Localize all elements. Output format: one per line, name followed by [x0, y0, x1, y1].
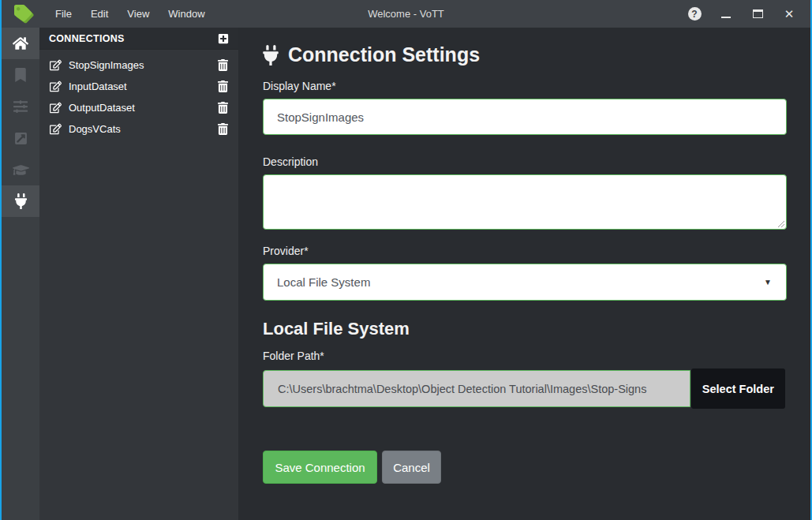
save-connection-button[interactable]: Save Connection — [263, 451, 377, 484]
plug-icon — [263, 45, 279, 65]
edit-connection-button[interactable] — [50, 80, 62, 92]
sliders-icon — [13, 99, 28, 114]
minimize-button[interactable] — [716, 4, 736, 24]
provider-section-heading: Local File System — [263, 319, 785, 339]
description-textarea[interactable] — [263, 174, 787, 230]
titlebar: File Edit View Window Welcome - VoTT ? ✕ — [2, 0, 810, 28]
app-window: File Edit View Window Welcome - VoTT ? ✕ — [0, 0, 812, 520]
sidebar — [2, 28, 39, 520]
provider-selected-value: Local File System — [277, 275, 370, 289]
provider-select[interactable]: Local File System ▼ — [263, 264, 787, 301]
sidebar-item-tags[interactable] — [2, 59, 39, 91]
edit-icon — [50, 80, 62, 92]
edit-connection-button[interactable] — [50, 59, 62, 71]
bookmark-icon — [15, 68, 26, 82]
description-label: Description — [263, 155, 785, 168]
connection-list-item[interactable]: DogsVCats — [39, 118, 238, 140]
connections-panel: CONNECTIONS StopSignImages — [39, 28, 238, 520]
help-icon: ? — [688, 7, 702, 21]
delete-connection-button[interactable] — [218, 80, 228, 92]
plug-icon — [15, 193, 27, 209]
connection-name[interactable]: OutputDataset — [69, 102, 218, 114]
vott-logo-icon — [14, 5, 35, 24]
connection-list-item[interactable]: InputDataset — [39, 76, 238, 97]
page-title: Connection Settings — [288, 43, 480, 66]
connections-panel-title: CONNECTIONS — [49, 33, 125, 44]
connections-panel-header: CONNECTIONS — [39, 28, 238, 50]
connection-settings-form: Connection Settings Display Name* Descri… — [238, 28, 810, 520]
edit-connection-button[interactable] — [50, 123, 62, 135]
display-name-label: Display Name* — [263, 80, 785, 92]
cancel-button[interactable]: Cancel — [382, 451, 441, 484]
trash-icon — [218, 80, 228, 92]
close-button[interactable]: ✕ — [779, 4, 799, 24]
folder-path-label: Folder Path* — [263, 350, 785, 362]
delete-connection-button[interactable] — [218, 102, 228, 114]
folder-path-input[interactable] — [263, 370, 690, 407]
sidebar-item-active-learning[interactable] — [2, 154, 39, 185]
close-icon: ✕ — [784, 8, 795, 20]
sidebar-item-connections[interactable] — [2, 185, 39, 217]
sidebar-item-export[interactable] — [2, 122, 39, 154]
connection-name[interactable]: StopSignImages — [69, 59, 218, 71]
maximize-button[interactable] — [747, 4, 768, 24]
menubar: File Edit View Window — [46, 0, 215, 28]
connections-list: StopSignImages InputDataset — [39, 50, 238, 140]
maximize-icon — [753, 9, 763, 18]
sidebar-item-settings[interactable] — [2, 91, 39, 122]
edit-icon — [50, 102, 62, 114]
edit-icon — [50, 123, 62, 135]
graduation-cap-icon — [13, 163, 29, 177]
provider-label: Provider* — [263, 245, 785, 257]
edit-connection-button[interactable] — [50, 102, 62, 114]
display-name-input[interactable] — [263, 99, 787, 135]
trash-icon — [218, 123, 228, 135]
plus-square-icon — [218, 33, 229, 44]
home-icon — [13, 36, 28, 51]
select-folder-button[interactable]: Select Folder — [691, 368, 785, 409]
edit-icon — [50, 59, 62, 71]
delete-connection-button[interactable] — [218, 123, 228, 135]
menu-edit[interactable]: Edit — [81, 0, 118, 28]
menu-window[interactable]: Window — [159, 0, 214, 28]
minimize-icon — [721, 17, 731, 18]
trash-icon — [218, 59, 228, 71]
trash-icon — [218, 102, 228, 114]
chevron-down-icon: ▼ — [764, 278, 772, 286]
help-button[interactable]: ? — [684, 4, 705, 24]
add-connection-button[interactable] — [218, 33, 229, 44]
connection-list-item[interactable]: OutputDataset — [39, 97, 238, 118]
connection-name[interactable]: InputDataset — [69, 80, 218, 92]
export-icon — [14, 132, 28, 145]
connection-name[interactable]: DogsVCats — [69, 123, 218, 135]
window-controls: ? ✕ — [684, 4, 810, 24]
menu-view[interactable]: View — [118, 0, 159, 28]
sidebar-item-home[interactable] — [2, 28, 39, 59]
delete-connection-button[interactable] — [218, 59, 228, 71]
menu-file[interactable]: File — [46, 0, 81, 28]
connection-list-item[interactable]: StopSignImages — [39, 54, 238, 76]
